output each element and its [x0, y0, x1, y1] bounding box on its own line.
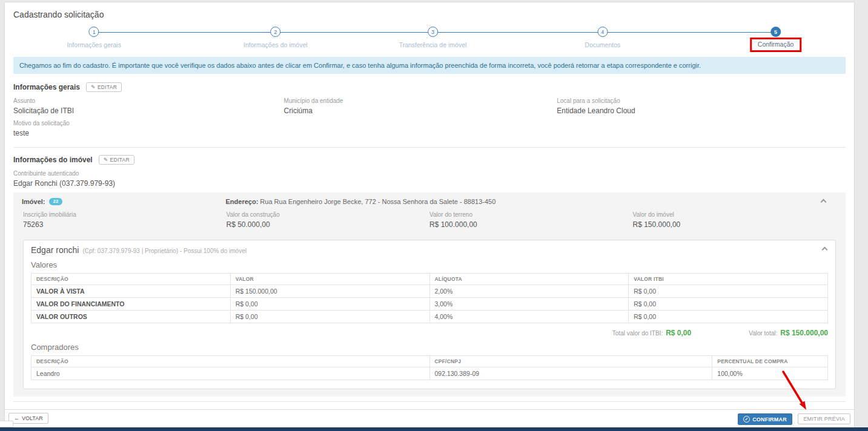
step-documentos[interactable]: 4 Documentos — [585, 27, 620, 48]
imovel-label: Imóvel: — [22, 198, 45, 205]
step-informacoes-do-imovel[interactable]: 2 Informações do imóvel — [244, 27, 308, 48]
valor-total-label: Valor total: — [749, 330, 777, 337]
pencil-icon: ✎ — [91, 84, 96, 90]
voltar-button[interactable]: ← VOLTAR — [8, 413, 48, 424]
field-municipio: Município da entidade Criciúma — [284, 97, 557, 115]
chevron-up-icon[interactable] — [821, 199, 827, 205]
footer-action-bar: ← VOLTAR ✓ CONFIRMAR EMITIR PRÉVIA — [5, 409, 854, 428]
field-motivo-solicitacao: Motivo da solicitação teste — [13, 120, 284, 137]
edit-imovel-button[interactable]: ✎ EDITAR — [99, 155, 134, 165]
field-label: Inscrição imobiliária — [23, 211, 227, 218]
edit-button-label: EDITAR — [98, 84, 117, 90]
step-circle-1: 1 — [89, 27, 99, 37]
imovel-panel-title: Imóvel: 22 — [22, 198, 226, 205]
table-row: Leandro 092.130.389-09 100,00% — [31, 367, 828, 380]
valores-title: Valores — [31, 260, 828, 269]
owner-header: Edgar ronchi (Cpf: 037.379.979-93 | Prop… — [31, 245, 828, 255]
table-cell: 4,00% — [429, 311, 629, 323]
imovel-panel-fields: Inscrição imobiliária 75263 Valor da con… — [13, 211, 846, 240]
imovel-panel: Imóvel: 22 Endereço: Rua Rua Engenheiro … — [13, 192, 846, 396]
step-label: Informações do imóvel — [244, 41, 308, 48]
step-confirmacao[interactable]: 5 Confirmação — [750, 27, 802, 52]
field-contribuinte: Contribuinte autenticado Edgar Ronchi (0… — [13, 170, 846, 188]
field-label: Valor do terreno — [429, 211, 633, 218]
table-cell: VALOR À VISTA — [31, 285, 231, 298]
step-label: Informações gerais — [67, 41, 121, 48]
annotation-box: Confirmação — [750, 38, 802, 52]
total-itbi-label: Total valor do ITBI: — [612, 330, 663, 337]
stepper: 1 Informações gerais 2 Informações do im… — [13, 27, 846, 54]
table-cell: VALOR DO FINANCIAMENTO — [31, 298, 231, 311]
table-header-cell: DESCRIÇÃO — [31, 274, 231, 285]
section-title: Informações do imóvel — [13, 156, 93, 164]
table-cell: 3,00% — [429, 298, 629, 311]
imovel-panel-header[interactable]: Imóvel: 22 Endereço: Rua Rua Engenheiro … — [13, 198, 846, 211]
field-valor-terreno: Valor do terreno R$ 100.000,00 — [429, 211, 633, 229]
footer-right-buttons: ✓ CONFIRMAR EMITIR PRÉVIA — [738, 412, 850, 426]
table-row: VALOR À VISTA R$ 150.000,00 2,00% R$ 0,0… — [31, 285, 828, 298]
info-banner: Chegamos ao fim do cadastro. É important… — [13, 57, 846, 74]
field-value: R$ 50.000,00 — [227, 220, 430, 229]
field-label: Valor do imóvel — [633, 211, 837, 218]
step-label: Documentos — [585, 41, 620, 48]
step-label: Confirmação — [758, 41, 794, 48]
field-value: 75263 — [23, 220, 227, 229]
taskbar-strip — [0, 427, 868, 431]
edit-button-label: EDITAR — [110, 157, 130, 163]
main-card: Cadastrando solicitação 1 Informações ge… — [5, 2, 854, 427]
table-cell: R$ 150.000,00 — [230, 285, 429, 298]
table-header-cell: DESCRIÇÃO — [31, 356, 430, 367]
valor-total-value: R$ 150.000,00 — [780, 329, 828, 337]
field-label: Contribuinte autenticado — [13, 170, 846, 177]
table-header-row: DESCRIÇÃO VALOR ALÍQUOTA VALOR ITBI — [31, 274, 828, 285]
check-circle-icon: ✓ — [743, 416, 750, 423]
section-divider — [13, 147, 846, 148]
table-cell: R$ 0,00 — [629, 311, 828, 323]
table-cell: 092.130.389-09 — [429, 367, 712, 380]
imovel-count-badge: 22 — [49, 198, 63, 205]
arrow-left-icon: ← — [14, 415, 19, 421]
valores-table: DESCRIÇÃO VALOR ALÍQUOTA VALOR ITBI VALO… — [31, 273, 828, 323]
voltar-button-label: VOLTAR — [22, 415, 43, 421]
table-cell: R$ 0,00 — [629, 298, 828, 311]
table-cell: Leandro — [31, 367, 430, 380]
endereco-label: Endereço: — [226, 198, 259, 205]
step-circle-2: 2 — [270, 27, 280, 37]
field-label: Assunto — [13, 97, 284, 104]
table-header-cell: VALOR — [230, 274, 429, 285]
compradores-title: Compradores — [31, 343, 828, 352]
table-header-row: DESCRIÇÃO CPF/CNPJ PERCENTUAL DE COMPRA — [31, 356, 828, 367]
field-label: Local para a solicitação — [557, 97, 846, 104]
total-itbi-value: R$ 0,00 — [666, 329, 691, 337]
pencil-icon: ✎ — [104, 157, 108, 163]
step-label: Transferência de imóvel — [399, 41, 467, 48]
confirmar-button[interactable]: ✓ CONFIRMAR — [738, 413, 792, 425]
step-circle-5: 5 — [770, 27, 781, 37]
field-label: Motivo da solicitação — [13, 120, 284, 127]
edit-gerais-button[interactable]: ✎ EDITAR — [86, 82, 122, 92]
card-body: Cadastrando solicitação 1 Informações ge… — [5, 2, 854, 409]
step-transferencia-de-imovel[interactable]: 3 Transferência de imóvel — [399, 27, 467, 48]
owner-name: Edgar ronchi — [31, 245, 79, 255]
table-header-cell: ALÍQUOTA — [429, 274, 629, 285]
emitir-previa-button[interactable]: EMITIR PRÉVIA — [798, 413, 850, 424]
total-itbi: Total valor do ITBI: R$ 0,00 — [612, 329, 691, 337]
owner-details: (Cpf: 037.379.979-93 | Proprietário) - P… — [82, 248, 247, 254]
step-informacoes-gerais[interactable]: 1 Informações gerais — [67, 27, 121, 48]
table-header-cell: CPF/CNPJ — [429, 356, 712, 367]
page-title: Cadastrando solicitação — [13, 10, 846, 19]
table-cell: R$ 0,00 — [629, 285, 828, 298]
section-title: Informações gerais — [13, 83, 80, 91]
compradores-table: DESCRIÇÃO CPF/CNPJ PERCENTUAL DE COMPRA … — [31, 355, 828, 380]
field-value: Criciúma — [284, 107, 557, 115]
field-value: R$ 100.000,00 — [429, 220, 633, 229]
table-row: VALOR DO FINANCIAMENTO R$ 0,00 3,00% R$ … — [31, 298, 828, 311]
section-divider — [13, 401, 846, 402]
endereco-value: Rua Rua Engenheiro Jorge Becke, 772 - No… — [260, 198, 495, 205]
field-assunto: Assunto Solicitação de ITBI — [13, 97, 284, 115]
step-circle-4: 4 — [597, 27, 608, 37]
confirmar-button-label: CONFIRMAR — [752, 416, 787, 423]
table-cell: R$ 0,00 — [230, 298, 429, 311]
field-value: teste — [13, 129, 284, 137]
table-cell: 100,00% — [712, 367, 828, 380]
